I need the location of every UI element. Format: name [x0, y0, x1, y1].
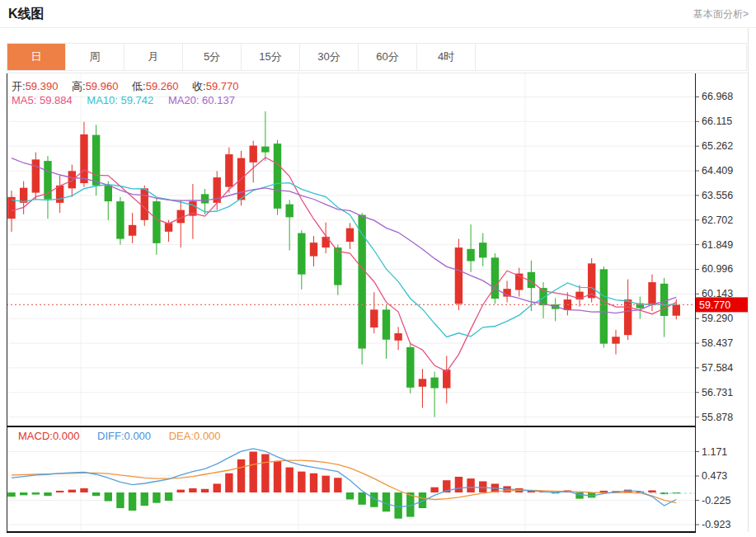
interval-tabs: 日周月5分15分30分60分4时: [7, 43, 747, 71]
macd-axis-label: 1.171: [702, 446, 727, 458]
macd-histogram-bar: [298, 472, 305, 492]
candle-body: [358, 215, 365, 349]
tab-m30[interactable]: 30分: [300, 44, 359, 70]
current-price-badge-label: 59.770: [699, 299, 730, 311]
candle-body: [261, 147, 269, 153]
macd-axis-label: 0.473: [702, 470, 727, 482]
candle-body: [310, 243, 317, 256]
candle-body: [225, 154, 232, 187]
macd-histogram-bar: [322, 476, 329, 492]
candle-body: [600, 269, 608, 343]
macd-value: MACD:0.000: [18, 430, 79, 442]
macd-histogram-bar: [7, 492, 15, 497]
ma10-line: [12, 183, 676, 337]
macd-histogram-bar: [189, 488, 196, 492]
candle-body: [68, 171, 76, 188]
macd-histogram-bar: [285, 468, 293, 492]
candle-body: [467, 249, 474, 261]
candle-body: [274, 144, 281, 209]
close-label: 收:: [192, 80, 206, 92]
tab-h4[interactable]: 4时: [417, 44, 476, 70]
macd-histogram-bar: [310, 473, 317, 492]
price-axis-label: 61.849: [702, 239, 733, 251]
macd-histogram-bar: [116, 492, 124, 508]
macd-histogram-bar: [44, 492, 51, 496]
candle-body: [92, 135, 100, 186]
candle-body: [443, 370, 450, 388]
close-value: 59.770: [206, 80, 239, 92]
price-axis-label: 57.584: [702, 362, 733, 374]
candles-layer: [7, 111, 680, 417]
candle-body: [346, 228, 354, 242]
ma-readout: MA5: 59.884 MA10: 59.742 MA20: 60.137: [12, 94, 235, 106]
tab-month[interactable]: 月: [124, 44, 183, 70]
price-axis-label: 56.731: [702, 387, 733, 398]
macd-axis-label: -0.923: [702, 519, 730, 530]
price-axis-label: 58.437: [702, 337, 733, 349]
macd-histogram-bar: [214, 483, 221, 492]
candle-body: [612, 337, 619, 343]
macd-readout: MACD:0.000 DIFF:0.000 DEA:0.000: [18, 430, 221, 442]
macd-histogram-bar: [250, 452, 257, 492]
price-axis-label: 66.968: [702, 91, 733, 102]
candle-body: [285, 205, 293, 218]
macd-histogram-bar: [358, 492, 365, 505]
price-axis-label: 65.262: [702, 140, 733, 152]
macd-histogram-bar: [129, 492, 136, 511]
chart-bottom-border: [7, 531, 696, 533]
macd-histogram-bar: [32, 492, 40, 495]
candle-body: [32, 159, 40, 192]
page-title: K线图: [8, 6, 45, 23]
candle-body: [588, 263, 595, 298]
candle-body: [334, 247, 341, 285]
macd-histogram-bar: [153, 492, 160, 503]
open-label: 开:: [12, 80, 26, 92]
price-axis-label: 55.878: [702, 412, 733, 423]
macd-histogram-bar: [105, 492, 112, 502]
low-value: 59.260: [146, 80, 179, 92]
macd-histogram-bar: [274, 461, 281, 492]
candle-body: [80, 134, 87, 183]
candle-body: [479, 243, 486, 257]
price-axis-label: 59.290: [702, 313, 733, 324]
ma20-line: [12, 158, 676, 313]
macd-histogram-bar: [92, 492, 100, 496]
tab-m5[interactable]: 5分: [183, 44, 242, 70]
macd-histogram-bar: [479, 481, 486, 492]
macd-histogram-bar: [201, 489, 209, 492]
candle-body: [673, 304, 680, 315]
macd-axis-label: -0.225: [702, 495, 730, 506]
candle-body: [491, 257, 499, 299]
tab-day[interactable]: 日: [7, 44, 66, 70]
macd-histogram-bar: [237, 459, 245, 492]
dea-value: DEA:0.000: [169, 430, 221, 442]
panel-divider: [7, 426, 696, 427]
macd-layer: [7, 449, 680, 519]
price-axis-label: 63.556: [702, 190, 733, 201]
diff-value: DIFF:0.000: [97, 430, 151, 442]
macd-histogram-bar: [80, 488, 87, 492]
macd-histogram-bar: [648, 490, 655, 492]
candle-body: [430, 378, 438, 389]
open-value: 59.390: [26, 80, 59, 92]
macd-histogram-bar: [334, 478, 341, 492]
high-label: 高:: [72, 80, 86, 92]
candle-body: [660, 284, 668, 316]
tab-m60[interactable]: 60分: [359, 44, 417, 70]
macd-histogram-bar: [141, 492, 148, 506]
macd-histogram-bar: [68, 490, 76, 492]
price-axis-label: 62.702: [702, 214, 733, 226]
macd-histogram-bar: [346, 492, 354, 499]
candle-body: [394, 333, 401, 341]
macd-histogram-bar: [430, 488, 438, 492]
candle-body: [419, 379, 426, 386]
candle-body: [116, 201, 124, 239]
tab-m15[interactable]: 15分: [242, 44, 300, 70]
fundamental-analysis-link[interactable]: 基本面分析>: [693, 7, 749, 21]
macd-histogram-bar: [394, 492, 401, 519]
macd-histogram-bar: [56, 491, 63, 492]
candle-body: [455, 247, 463, 304]
tab-bar-filler: [476, 44, 746, 70]
candle-body: [201, 194, 209, 203]
tab-week[interactable]: 周: [66, 44, 124, 70]
